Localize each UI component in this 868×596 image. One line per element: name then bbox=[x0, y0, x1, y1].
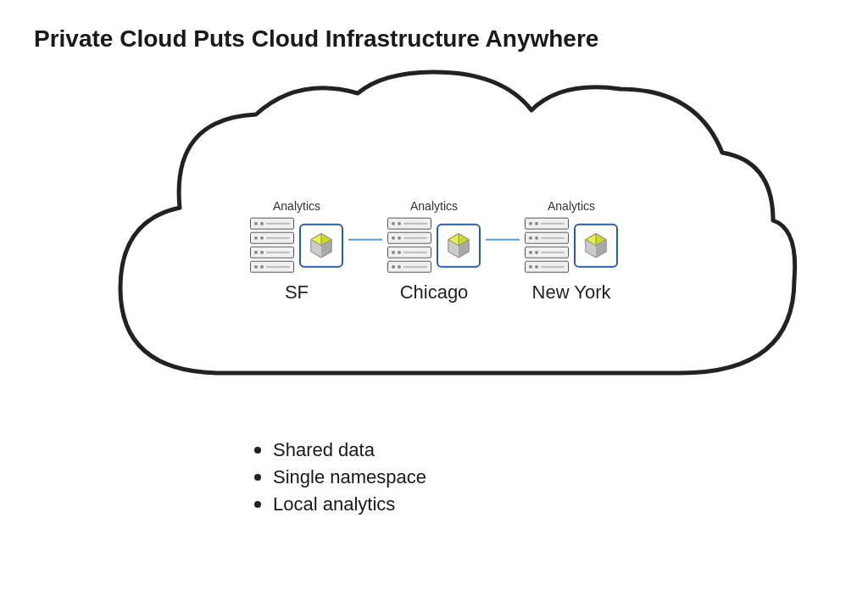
nodes-row: Analytics bbox=[250, 199, 618, 304]
bullet-text-2: Single namespace bbox=[273, 466, 426, 488]
server-dot bbox=[535, 237, 538, 240]
server-line bbox=[541, 252, 565, 253]
server-dot bbox=[254, 222, 258, 226]
cube-svg bbox=[581, 230, 611, 260]
server-row bbox=[387, 261, 431, 273]
server-row bbox=[250, 232, 294, 244]
server-line bbox=[403, 223, 427, 225]
cube-svg bbox=[306, 230, 337, 260]
sf-label: SF bbox=[285, 281, 309, 304]
sf-analytics-label: Analytics bbox=[273, 199, 320, 213]
server-dot bbox=[254, 265, 258, 269]
server-dot bbox=[260, 251, 264, 254]
server-row bbox=[387, 232, 431, 244]
chicago-analytics-label: Analytics bbox=[410, 199, 458, 213]
newyork-cube-icon bbox=[574, 223, 618, 267]
server-row bbox=[250, 218, 294, 230]
content-area: Analytics bbox=[34, 68, 834, 515]
server-line bbox=[541, 237, 565, 239]
chicago-server-stack bbox=[387, 218, 431, 273]
server-line bbox=[541, 266, 565, 268]
sf-cube-icon bbox=[299, 223, 343, 267]
newyork-analytics-label: Analytics bbox=[548, 199, 595, 213]
cube-svg bbox=[443, 230, 474, 260]
server-line bbox=[403, 252, 427, 253]
page-title: Private Cloud Puts Cloud Infrastructure … bbox=[34, 25, 598, 53]
server-line bbox=[541, 223, 565, 225]
bullet-dot-3 bbox=[254, 501, 261, 508]
server-row bbox=[525, 247, 569, 259]
newyork-server-stack bbox=[525, 218, 569, 273]
bullet-item-2: Single namespace bbox=[254, 466, 426, 488]
cloud-diagram: Analytics bbox=[70, 68, 798, 424]
server-row bbox=[525, 218, 569, 230]
server-dot bbox=[392, 237, 395, 240]
bullet-dot-1 bbox=[254, 447, 261, 454]
server-row bbox=[525, 232, 569, 244]
sf-icons bbox=[250, 218, 343, 273]
server-dot bbox=[535, 265, 538, 269]
server-row bbox=[250, 261, 294, 273]
server-dot bbox=[398, 237, 401, 240]
bullet-text-1: Shared data bbox=[273, 439, 375, 461]
server-dot bbox=[392, 251, 395, 254]
server-dot bbox=[398, 251, 401, 254]
server-line bbox=[403, 237, 427, 239]
server-line bbox=[266, 266, 290, 268]
newyork-label: New York bbox=[532, 281, 611, 304]
bullet-item-1: Shared data bbox=[254, 439, 426, 461]
bullet-list: Shared data Single namespace Local analy… bbox=[254, 439, 426, 515]
server-dot bbox=[260, 237, 264, 240]
server-line bbox=[266, 252, 290, 253]
server-dot bbox=[398, 222, 401, 226]
server-dot bbox=[392, 222, 395, 226]
server-row bbox=[387, 218, 431, 230]
server-dot bbox=[260, 265, 264, 269]
connector-sf-chicago bbox=[348, 238, 382, 240]
server-row bbox=[250, 247, 294, 259]
chicago-icons bbox=[387, 218, 481, 273]
server-dot bbox=[392, 265, 395, 269]
server-dot bbox=[529, 265, 532, 269]
server-dot bbox=[535, 251, 538, 254]
node-chicago: Analytics bbox=[387, 199, 481, 304]
node-newyork: Analytics bbox=[525, 199, 618, 304]
bullet-dot-2 bbox=[254, 474, 261, 481]
bullet-item-3: Local analytics bbox=[254, 493, 426, 515]
server-dot bbox=[529, 222, 532, 226]
server-dot bbox=[529, 237, 532, 240]
bullet-text-3: Local analytics bbox=[273, 493, 395, 515]
page: Private Cloud Puts Cloud Infrastructure … bbox=[0, 0, 868, 596]
server-row bbox=[525, 261, 569, 273]
newyork-icons bbox=[525, 218, 618, 273]
connector-chicago-newyork bbox=[486, 238, 520, 240]
server-dot bbox=[254, 237, 258, 240]
server-row bbox=[387, 247, 431, 259]
server-dot bbox=[254, 251, 258, 254]
server-dot bbox=[529, 251, 532, 254]
server-line bbox=[403, 266, 427, 268]
server-dot bbox=[398, 265, 401, 269]
server-dot bbox=[260, 222, 264, 226]
server-line bbox=[266, 237, 290, 239]
server-dot bbox=[535, 222, 538, 226]
chicago-label: Chicago bbox=[400, 281, 469, 304]
node-sf: Analytics bbox=[250, 199, 343, 304]
chicago-cube-icon bbox=[437, 223, 481, 267]
server-line bbox=[266, 223, 290, 225]
sf-server-stack bbox=[250, 218, 294, 273]
